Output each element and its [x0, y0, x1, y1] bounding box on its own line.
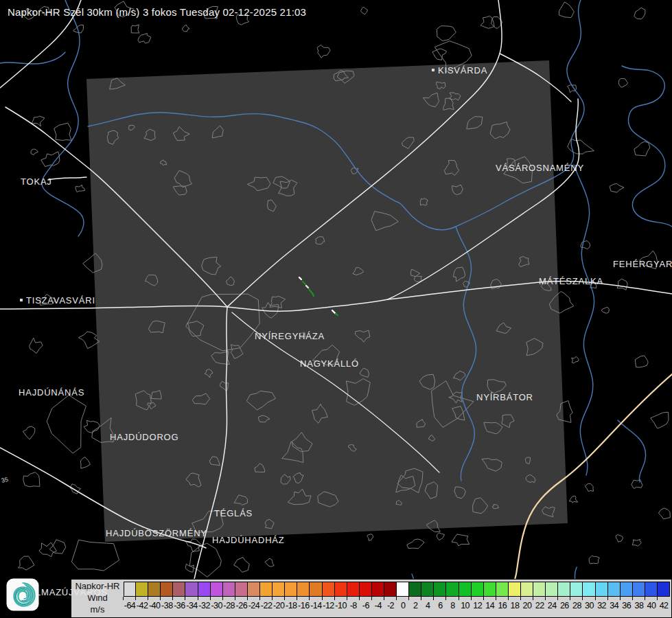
legend-tick	[322, 597, 323, 600]
legend-swatch	[409, 582, 421, 597]
legend-value: 24	[548, 601, 557, 610]
legend-stop--6: -6	[360, 582, 372, 610]
legend-stop-42: 42	[658, 582, 670, 610]
legend-tick	[396, 597, 397, 600]
legend-stop--22: -22	[260, 582, 273, 610]
legend-value: 2	[413, 601, 417, 610]
legend-swatch	[248, 582, 260, 597]
legend-value: 32	[597, 601, 606, 610]
legend-value: 12	[473, 601, 482, 610]
legend-swatch	[310, 582, 322, 597]
legend-swatch	[273, 582, 285, 597]
legend-tick	[557, 597, 558, 600]
legend-swatch	[285, 582, 297, 597]
legend-tick	[421, 597, 421, 600]
legend-swatch	[546, 582, 558, 597]
radar-service-logo	[6, 578, 39, 611]
legend-swatch	[596, 582, 608, 597]
legend-stop-24: 24	[546, 582, 558, 610]
legend-stop--36: -36	[173, 582, 185, 610]
legend-tick	[198, 597, 198, 600]
legend-swatch	[533, 582, 546, 597]
legend-swatch	[211, 582, 223, 597]
legend-swatch	[198, 582, 211, 597]
legend-value: 30	[585, 601, 594, 610]
legend-tick	[247, 597, 248, 600]
legend-value: -14	[310, 601, 322, 610]
legend-tick	[235, 597, 235, 600]
legend-tick	[471, 597, 472, 600]
legend-tick	[148, 597, 148, 600]
legend-stop--12: -12	[323, 582, 335, 610]
legend-swatch	[124, 582, 136, 597]
legend-swatch	[583, 582, 595, 597]
legend-value: 4	[426, 601, 430, 610]
legend-value: 36	[622, 601, 631, 610]
legend-swatch	[260, 582, 273, 597]
legend-swatch	[136, 582, 148, 597]
legend-value: -42	[137, 601, 148, 610]
legend-stop-4: 4	[421, 582, 434, 610]
legend-swatch	[347, 582, 360, 597]
legend-value: 26	[560, 601, 569, 610]
legend-tick	[607, 597, 608, 600]
legend-swatch	[645, 582, 658, 597]
legend-stop-16: 16	[496, 582, 509, 610]
legend-stop-20: 20	[521, 582, 533, 610]
legend-stop-38: 38	[633, 582, 645, 610]
legend-value: 28	[572, 601, 581, 610]
legend-tick	[483, 597, 484, 600]
legend-tick	[371, 597, 372, 600]
legend-value: 20	[523, 601, 532, 610]
legend-value: -30	[211, 601, 222, 610]
legend-stop--18: -18	[285, 582, 297, 610]
legend-stop--42: -42	[136, 582, 148, 610]
legend-value: -32	[198, 601, 210, 610]
legend-tick	[160, 597, 161, 600]
legend-value: -64	[124, 601, 136, 610]
legend-value: 10	[461, 601, 470, 610]
legend-swatch	[658, 582, 670, 597]
legend-stop--16: -16	[297, 582, 310, 610]
legend-value: 34	[610, 601, 618, 610]
legend-stop--10: -10	[335, 582, 347, 610]
legend-stop-10: 10	[459, 582, 472, 610]
legend-stop--14: -14	[310, 582, 322, 610]
legend-stop-32: 32	[596, 582, 608, 610]
legend-value: -34	[186, 601, 198, 610]
legend-swatch	[397, 582, 409, 597]
legend-tick	[172, 597, 173, 600]
legend-tick	[533, 597, 533, 600]
legend-swatch	[570, 582, 583, 597]
legend-value: 0	[401, 601, 405, 610]
legend-unit: m/s	[71, 604, 124, 615]
legend-tick	[445, 597, 446, 600]
legend-tick	[408, 597, 409, 600]
legend-swatch	[372, 582, 384, 597]
legend-tick	[570, 597, 570, 600]
legend-value: 8	[450, 601, 454, 610]
legend-stop--38: -38	[161, 582, 173, 610]
legend-tick	[123, 597, 124, 600]
legend-swatch	[323, 582, 335, 597]
legend-swatch	[509, 582, 521, 597]
legend-tick	[520, 597, 521, 600]
legend-stop-6: 6	[434, 582, 446, 610]
legend-value: 42	[660, 601, 669, 610]
legend-value: -18	[286, 601, 297, 610]
legend-value: -8	[350, 601, 357, 610]
legend-tick	[508, 597, 509, 600]
product-title: Napkor-HR Szél 30km (m/s) 3 fokos Tuesda…	[8, 6, 306, 18]
legend-stop--26: -26	[235, 582, 248, 610]
legend-tick	[632, 597, 633, 600]
legend-value: 16	[498, 601, 507, 610]
legend-value: -28	[224, 601, 235, 610]
legend-tick	[135, 597, 136, 600]
radar-map-canvas	[0, 0, 672, 618]
legend-swatch	[472, 582, 484, 597]
legend-swatch	[148, 582, 161, 597]
legend-swatch	[161, 582, 173, 597]
legend-swatch	[335, 582, 347, 597]
legend-value: -10	[335, 601, 347, 610]
legend-tick	[657, 597, 658, 600]
